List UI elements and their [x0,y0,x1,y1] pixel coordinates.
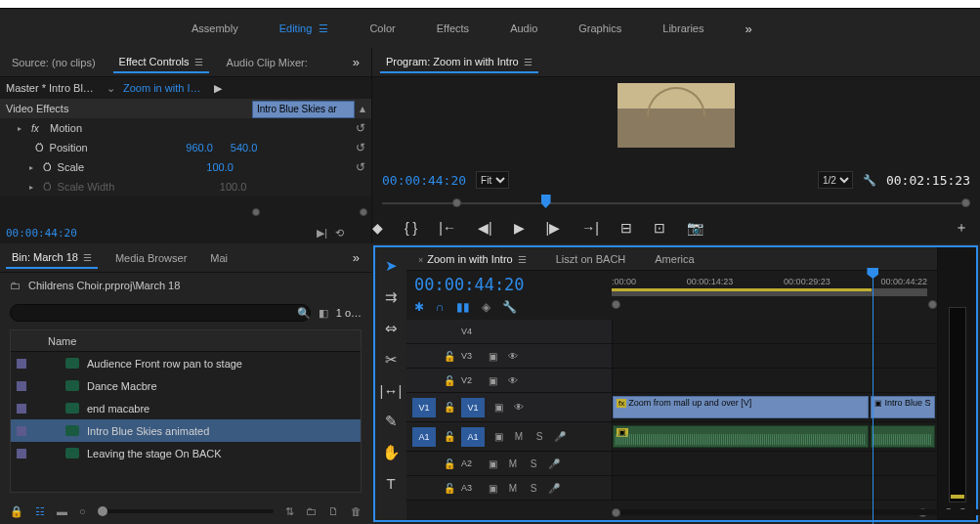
project-item-row[interactable]: end macabre [11,397,361,419]
voice-over-button[interactable]: 🎤 [551,428,569,446]
program-time-ruler[interactable] [382,191,970,212]
play-icon[interactable]: ▶ [214,82,222,95]
mark-in-button[interactable]: ◆ [372,220,383,236]
audio-clip-mixer-tab[interactable]: Audio Clip Mixer: [221,53,314,72]
clip-time-marker[interactable]: Intro Blue Skies ar [252,101,355,118]
sequence-tab[interactable]: ×Zoom in with Intro ☰ [414,251,531,267]
snap-button[interactable]: ✱ [414,300,424,314]
media-browser-tab[interactable]: Media Browser [109,248,192,268]
lock-icon[interactable] [441,323,458,340]
thumbnail-view-button[interactable]: ▬ [57,505,67,517]
sort-button[interactable]: ⇅ [285,505,294,518]
wrench-icon[interactable]: 🔧 [502,300,517,314]
search-input[interactable] [10,304,311,322]
add-button[interactable]: ＋ [955,219,980,237]
resolution-dropdown[interactable]: 1/2 [818,171,853,189]
audio-track[interactable]: 🔓A2▣MS🎤 [406,452,937,476]
ripple-tool[interactable]: ⇔ [385,320,398,337]
name-column-header[interactable]: Name [11,330,361,352]
scrollbar-handle[interactable] [612,508,620,517]
playhead-icon[interactable] [541,195,551,208]
position-y-value[interactable]: 540.0 [231,142,258,153]
toggle-eye-icon[interactable]: 👁 [504,347,522,365]
scrollbar-handle[interactable] [360,208,367,216]
mute-button[interactable]: M [510,428,528,446]
panel-overflow-button[interactable]: » [347,250,365,265]
workspace-overflow-button[interactable]: » [739,22,757,36]
track-target-a1[interactable]: A1 [461,427,485,447]
reset-icon[interactable]: ↺ [356,121,365,135]
audio-clip[interactable]: ▣ [613,425,869,448]
sequence-link[interactable]: Zoom in with Int… [123,82,206,94]
new-item-button[interactable]: ◧ [319,307,328,320]
scrollbar-handle[interactable] [961,198,970,207]
video-track[interactable]: V4 [406,320,937,344]
reset-icon[interactable]: ↺ [356,141,365,154]
sequence-tab[interactable]: America [651,251,698,267]
panel-overflow-button[interactable]: » [347,55,365,69]
track-select-tool[interactable]: ⇉ [385,288,398,306]
motion-effect-row[interactable]: ▸fxMotion [18,122,82,134]
project-item-row[interactable]: Audience Front row pan to stage [11,352,361,374]
new-bin-button[interactable]: 🗀 [306,505,317,517]
settings-button[interactable]: ◈ [482,300,490,314]
new-item-button[interactable]: 🗋 [328,505,339,517]
workspace-tab-graphics[interactable]: Graphics [573,19,627,38]
source-tab[interactable]: Source: (no clips) [6,53,102,72]
type-tool[interactable]: T [386,475,395,492]
video-track[interactable]: 🔓V2▣👁 [406,369,937,393]
hand-tool[interactable]: ✋ [382,444,401,461]
scale-value[interactable]: 100.0 [206,161,234,173]
workspace-tab-color[interactable]: Color [363,19,401,38]
scrollbar-handle[interactable] [252,208,260,216]
effect-timecode[interactable]: 00:00:44:20 [6,227,77,240]
project-item-row[interactable]: Intro Blue Skies animated [11,419,361,442]
program-video-area[interactable] [372,77,980,169]
solo-button[interactable]: S [531,428,548,446]
fit-dropdown[interactable]: Fit [476,171,509,189]
wrench-icon[interactable]: 🔧 [863,174,876,187]
chevron-down-icon[interactable]: ⌄ [107,82,115,95]
position-row[interactable]: Ö Position [18,142,88,153]
timeline-scrollbar[interactable] [406,504,937,520]
export-frame-button[interactable]: 📷 [687,220,703,236]
markers-tab[interactable]: Mai [204,248,234,268]
step-back-button[interactable]: ◀| [478,220,492,236]
project-item-row[interactable]: Dance Macbre [11,374,361,397]
workspace-tab-effects[interactable]: Effects [431,19,475,38]
extract-button[interactable]: ⊡ [654,220,665,236]
loop-icon[interactable]: ⟲ [335,227,344,240]
source-patch-v1[interactable]: V1 [412,398,436,417]
bin-tab[interactable]: Bin: March 18 ☰ [6,247,98,269]
collapse-icon[interactable]: ▴ [360,102,365,115]
sequence-tab[interactable]: Liszt on BACH [552,251,630,267]
scrollbar-handle[interactable] [452,198,461,207]
go-to-out-button[interactable]: →| [581,220,599,236]
track-target-v1[interactable]: V1 [461,398,485,417]
workspace-tab-audio[interactable]: Audio [504,19,543,38]
video-clip[interactable]: fxZoom from mall up and over [V] [613,396,869,418]
playhead[interactable] [873,271,873,524]
trash-button[interactable]: 🗑 [351,505,362,517]
bin-icon[interactable]: 🗀 [10,280,21,291]
video-clip[interactable]: ▣ Intro Blue S [871,396,935,418]
linked-selection-button[interactable]: ∩ [436,300,445,314]
export-icon[interactable]: ▶| [317,227,327,240]
lock-icon[interactable]: 🔒 [10,505,23,518]
toggle-output-button[interactable]: ▣ [484,347,501,365]
lock-icon[interactable]: 🔓 [441,371,458,389]
video-track-v1[interactable]: V1🔓V1▣👁 fxZoom from mall up and over [V]… [406,393,937,422]
freeform-view-button[interactable]: ○ [79,505,86,517]
timeline-timecode[interactable]: 00:00:44:20 [414,275,604,294]
pen-tool[interactable]: ✎ [385,413,398,430]
timeline-ruler[interactable]: :00:00 00:00:14:23 00:00:29:23 00:00:44:… [612,271,937,320]
workspace-tab-assembly[interactable]: Assembly [186,19,244,38]
play-button[interactable]: ▶ [514,220,525,236]
list-view-button[interactable]: ☷ [35,505,45,518]
scrollbar-handle[interactable] [612,300,620,309]
audio-track[interactable]: 🔓A3▣MS🎤 [406,476,937,501]
reset-icon[interactable]: ↺ [356,160,365,174]
mark-out-button[interactable]: { } [405,220,417,236]
marker-button[interactable]: ▮▮ [456,300,470,314]
workspace-tab-editing[interactable]: Editing ☰ [274,19,335,39]
